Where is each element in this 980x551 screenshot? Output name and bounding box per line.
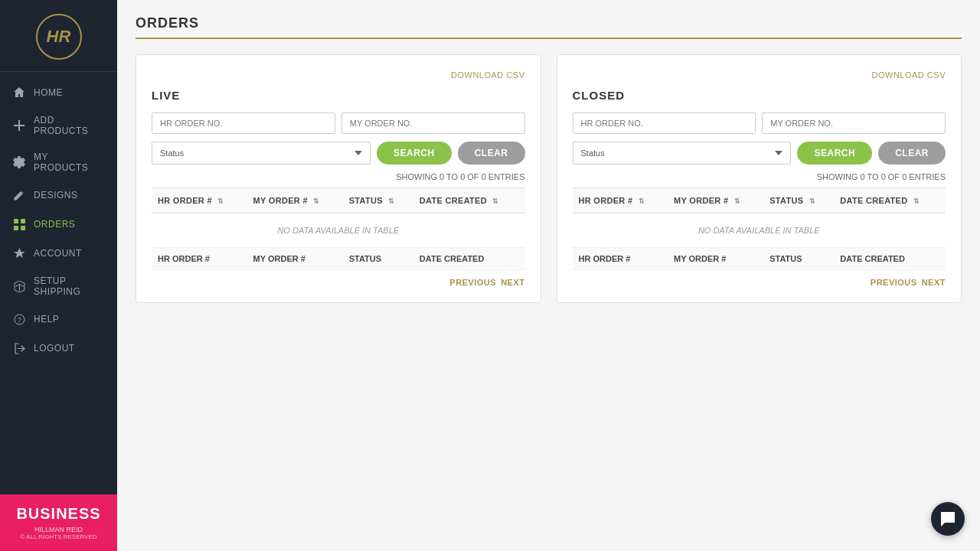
sidebar-item-account[interactable]: AcCouNT <box>0 239 117 268</box>
closed-my-order-input[interactable] <box>762 112 946 134</box>
closed-sort-date-icon: ⇅ <box>913 197 920 205</box>
live-sort-my-order-icon: ⇅ <box>313 197 319 205</box>
live-entries-info: SHOWING 0 TO 0 OF 0 ENTRIES <box>152 172 525 181</box>
sidebar-item-add-products-label: ADD PRODUCTS <box>34 115 105 136</box>
live-next-button[interactable]: NEXT <box>501 278 524 287</box>
live-th-my-order[interactable]: MY ORDER # ⇅ <box>247 188 343 214</box>
sidebar-logo: HR <box>0 0 117 72</box>
closed-pagination: PREVIOUS NEXT <box>573 278 946 287</box>
svg-rect-2 <box>21 219 25 223</box>
orders-icon <box>12 217 26 231</box>
live-previous-button[interactable]: PREVIOUS <box>449 278 496 287</box>
main-content: ORDERS DOWNLOAD CSV LIVE Status SEARCH C… <box>117 0 980 551</box>
closed-hr-order-input[interactable] <box>573 112 756 134</box>
question-icon: ? <box>12 312 26 326</box>
closed-th-hr-order[interactable]: HR ORDER # ⇅ <box>573 188 668 214</box>
sidebar-item-logout[interactable]: LOGOUT <box>0 334 117 363</box>
sidebar-item-help-label: HELP <box>34 314 59 324</box>
sidebar-item-my-products-label: MY PRODUCTS <box>34 152 105 173</box>
closed-panel-title: CLOSED <box>573 89 946 102</box>
closed-search-row <box>573 112 946 134</box>
sidebar-item-my-products[interactable]: MY PRODUCTS <box>0 144 117 181</box>
live-table-footer-row: HR ORDER # MY ORDER # STATUS DATE CREATE… <box>152 248 525 270</box>
closed-next-button[interactable]: NEXT <box>922 278 946 287</box>
live-filter-row: Status SEARCH CLEAR <box>152 142 525 165</box>
live-search-button[interactable]: SEARCH <box>377 142 452 165</box>
live-status-select[interactable]: Status <box>152 142 371 165</box>
closed-sort-hr-order-icon: ⇅ <box>639 197 645 205</box>
closed-footer-my-order: MY ORDER # <box>668 248 763 270</box>
live-pagination: PREVIOUS NEXT <box>152 278 525 287</box>
closed-panel-header: DOWNLOAD CSV <box>573 70 946 80</box>
live-table-header-row: HR ORDER # ⇅ MY ORDER # ⇅ STATUS ⇅ DAT <box>152 188 525 214</box>
closed-th-date-created[interactable]: DATE CREATED ⇅ <box>834 188 946 214</box>
closed-footer-status: STATUS <box>763 248 834 270</box>
closed-sort-my-order-icon: ⇅ <box>734 197 740 205</box>
live-panel: DOWNLOAD CSV LIVE Status SEARCH CLEAR SH… <box>136 54 541 303</box>
live-footer-hr-order: HR ORDER # <box>152 248 247 270</box>
live-no-data-cell: NO DATA AVAILABLE IN TABLE <box>152 214 525 248</box>
sidebar-item-setup-shipping[interactable]: SETUP SHIPPING <box>0 268 117 305</box>
closed-no-data-cell: NO DATA AVAILABLE IN TABLE <box>573 214 946 248</box>
sidebar-item-designs[interactable]: DESIGNS <box>0 181 117 210</box>
live-th-status[interactable]: STATUS ⇅ <box>343 188 413 214</box>
closed-table-footer-row: HR ORDER # MY ORDER # STATUS DATE CREATE… <box>573 248 946 270</box>
live-footer-status: STATUS <box>343 248 413 270</box>
closed-search-button[interactable]: SEARCH <box>797 142 872 165</box>
chat-button[interactable] <box>931 502 965 536</box>
brand-rights: © ALL RIGHTS RESERVED <box>12 533 105 540</box>
svg-text:?: ? <box>17 316 21 324</box>
closed-th-status[interactable]: STATUS ⇅ <box>763 188 834 214</box>
sidebar-bottom: BUSINESS HILLMAN REID © ALL RIGHTS RESER… <box>0 494 117 551</box>
gear-icon <box>12 155 26 169</box>
star-icon <box>12 246 26 260</box>
orders-grid: DOWNLOAD CSV LIVE Status SEARCH CLEAR SH… <box>136 54 962 303</box>
page-title: ORDERS <box>136 15 962 31</box>
live-sort-hr-order-icon: ⇅ <box>217 197 224 205</box>
sidebar-item-help[interactable]: ? HELP <box>0 305 117 334</box>
pencil-icon <box>12 188 26 202</box>
live-download-csv-link[interactable]: DOWNLOAD CSV <box>451 70 524 80</box>
sidebar-item-designs-label: DESIGNS <box>34 190 78 201</box>
logout-icon <box>12 341 26 355</box>
sidebar-item-logout-label: LOGOUT <box>34 343 75 354</box>
page-divider <box>136 37 962 39</box>
sidebar-item-home[interactable]: HOME <box>0 78 117 107</box>
live-th-hr-order[interactable]: HR ORDER # ⇅ <box>152 188 247 214</box>
brand-name: HILLMAN REID <box>12 526 105 533</box>
live-sort-date-icon: ⇅ <box>492 197 498 205</box>
svg-rect-1 <box>14 226 18 230</box>
add-icon <box>12 119 26 132</box>
sidebar-nav: HOME ADD PRODUCTS MY PRODUCTS DESIGNS <box>0 72 117 494</box>
closed-footer-date-created: DATE CREATED <box>834 248 946 270</box>
live-sort-status-icon: ⇅ <box>388 197 394 205</box>
home-icon <box>12 86 26 99</box>
closed-previous-button[interactable]: PREVIOUS <box>871 278 917 287</box>
closed-table-header-row: HR ORDER # ⇅ MY ORDER # ⇅ STATUS ⇅ DAT <box>573 188 946 214</box>
sidebar-item-home-label: HOME <box>34 87 63 98</box>
closed-data-table: HR ORDER # ⇅ MY ORDER # ⇅ STATUS ⇅ DAT <box>573 187 946 270</box>
sidebar: HR HOME ADD PRODUCTS MY PRODUCTS <box>0 0 117 551</box>
closed-panel: DOWNLOAD CSV CLOSED Status SEARCH CLEAR … <box>557 54 962 303</box>
closed-clear-button[interactable]: CLEAR <box>878 142 946 165</box>
live-footer-my-order: MY ORDER # <box>247 248 343 270</box>
closed-footer-hr-order: HR ORDER # <box>573 248 668 270</box>
svg-rect-3 <box>21 226 25 230</box>
live-hr-order-input[interactable] <box>152 112 335 134</box>
closed-download-csv-link[interactable]: DOWNLOAD CSV <box>872 70 946 80</box>
live-data-table: HR ORDER # ⇅ MY ORDER # ⇅ STATUS ⇅ DAT <box>152 187 525 270</box>
live-search-row <box>152 112 525 134</box>
sidebar-item-account-label: AcCouNT <box>34 248 82 259</box>
business-label: BUSINESS <box>12 505 105 523</box>
live-clear-button[interactable]: CLEAR <box>458 142 525 165</box>
sidebar-item-orders[interactable]: ORDERS <box>0 210 117 239</box>
box-icon <box>12 279 26 293</box>
live-panel-title: LIVE <box>152 89 525 102</box>
sidebar-item-add-products[interactable]: ADD PRODUCTS <box>0 107 117 144</box>
closed-status-select[interactable]: Status <box>573 142 792 165</box>
live-footer-date-created: DATE CREATED <box>413 248 525 270</box>
closed-th-my-order[interactable]: MY ORDER # ⇅ <box>668 188 763 214</box>
closed-filter-row: Status SEARCH CLEAR <box>573 142 946 165</box>
live-th-date-created[interactable]: DATE CREATED ⇅ <box>413 188 525 214</box>
live-my-order-input[interactable] <box>341 112 525 134</box>
